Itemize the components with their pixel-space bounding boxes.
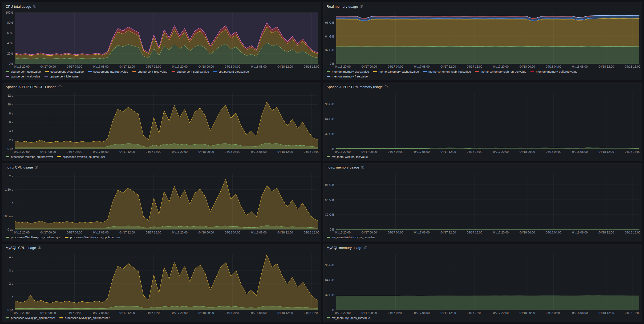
chart-area[interactable]: 4 s3 s2 s1 s0 µs04/16 20:0004/17 00:0004… [2,252,321,315]
chart-area[interactable]: 2 s1.50 s1 s500 ms0 µs04/16 20:0004/17 0… [2,171,321,235]
panel-header[interactable]: CPU total usage ⓘ [2,2,321,10]
legend-item[interactable]: memory:memory-slab_unrecl:value [475,70,526,73]
panel-title[interactable]: Real memory usage [327,5,358,9]
x-tick-label: 04/18 12:00 [277,150,293,153]
legend-item[interactable]: memory:memory-cached:value [373,70,419,73]
legend-row: memory:memory-used:valuememory:memory-ca… [327,69,639,73]
x-tick-label: 04/18 00:00 [199,231,214,234]
series-color-swatch [6,76,9,77]
panel-title[interactable]: nginx CPU usage [6,165,33,169]
panel-header[interactable]: Apache & PHP-FPM CPU usage ⓘ [2,83,321,91]
chart-area[interactable]: 96 GiB64 GiB32 GiB0 B04/16 20:0004/17 00… [323,10,642,69]
chart-svg[interactable]: 96 GiB64 GiB32 GiB0 B04/16 20:0004/17 00… [323,252,642,315]
legend-item[interactable]: cpu:percent-idle:value [44,75,79,78]
legend-item[interactable]: memory:memory-used:value [327,70,369,73]
x-tick-label: 04/17 16:00 [146,150,161,153]
panel-title[interactable]: MySQL CPU usage [6,246,36,250]
legend-item[interactable]: processes-WebProxy:ps_cputime:syst [6,236,60,239]
legend-item[interactable]: sw_mem-MySql:ps_rss:value [327,316,370,319]
panel-header[interactable]: nginx CPU usage ⓘ [2,163,321,171]
panel-header[interactable]: Real memory usage ⓘ [323,2,642,10]
series-color-swatch [88,71,92,72]
x-tick-label: 04/17 20:00 [493,150,508,153]
legend-item[interactable]: cpu:percent-user:value [6,70,41,73]
legend: sw_mem-WebProxy:ps_rss:value [323,235,642,241]
legend: memory:memory-used:valuememory:memory-ca… [323,69,642,80]
panel-header[interactable]: Apache & PHP-FPM memory usage ⓘ [323,83,642,91]
panel-title[interactable]: Apache & PHP-FPM CPU usage [6,85,56,89]
legend-item[interactable]: sw_mem-Web:ps_rss:value [327,155,368,158]
legend-item[interactable]: cpu:percent-wait:value [6,75,40,78]
chart-svg[interactable]: 2 s1.50 s1 s500 ms0 µs04/16 20:0004/17 0… [2,171,321,235]
legend-item[interactable]: memory:memory-free:value [327,75,368,78]
legend-item[interactable]: cpu:percent-system:value [45,70,84,73]
legend-item[interactable]: cpu:percent-interrupt:value [88,70,128,73]
x-tick-label: 04/17 08:00 [414,311,430,314]
x-tick-label: 04/17 00:00 [40,231,56,234]
legend-item[interactable]: processes-Web:ps_cputime:syst [6,155,53,158]
chart-area[interactable]: 96 GiB64 GiB32 GiB0 B04/16 20:0004/17 00… [323,171,642,235]
legend-item[interactable]: cpu:percent-softirq:value [172,70,209,73]
legend-item[interactable]: processes-Web:ps_cputime:user [57,155,105,158]
info-icon[interactable]: ⓘ [364,246,367,249]
info-icon[interactable]: ⓘ [360,5,363,8]
info-icon[interactable]: ⓘ [35,166,38,169]
legend-item[interactable]: memory:memory-slab_recl:value [423,70,471,73]
x-tick-label: 04/18 00:00 [519,65,535,68]
info-icon[interactable]: ⓘ [384,85,388,88]
legend-label: processes-Web:ps_cputime:syst [11,155,53,158]
panel-header[interactable]: MySQL CPU usage ⓘ [2,244,321,252]
y-tick-label: 32 GiB [325,132,334,136]
x-tick-label: 04/18 08:00 [251,150,266,153]
legend-item[interactable]: processes-WebProxy:ps_cputime:user [65,236,120,239]
legend-label: memory:memory-cached:value [379,70,419,73]
x-tick-label: 04/18 08:00 [572,231,588,234]
x-tick-label: 04/18 04:00 [546,231,561,234]
series-color-swatch [327,71,330,72]
y-tick-label: 12 s [7,94,13,97]
chart-svg[interactable]: 4 s3 s2 s1 s0 µs04/16 20:0004/17 00:0004… [2,252,321,315]
info-icon[interactable]: ⓘ [361,166,364,169]
x-tick-label: 04/18 04:00 [546,311,561,314]
x-tick-label: 04/17 04:00 [67,311,82,314]
panel-header[interactable]: nginx memory usage ⓘ [323,163,642,171]
panel-title[interactable]: nginx memory usage [327,165,359,169]
legend-item[interactable]: processes-MySql:ps_cputime:user [59,316,110,319]
chart-svg[interactable]: 96 GiB64 GiB32 GiB0 B04/16 20:0004/17 00… [323,171,642,235]
chart-area[interactable]: 96 GiB64 GiB32 GiB0 B04/16 20:0004/17 00… [323,91,642,154]
panel-title[interactable]: CPU total usage [6,5,31,9]
legend-item[interactable]: cpu:percent-nice:value [132,70,167,73]
y-tick-label: 64 GiB [325,35,334,38]
chart-area[interactable]: 12 s10 s8 s6 s4 s2 s0 µs04/16 20:0004/17… [2,91,321,154]
x-tick-label: 04/17 12:00 [440,65,456,68]
info-icon[interactable]: ⓘ [58,85,62,88]
legend-item[interactable]: memory:memory-buffered:value [530,70,577,73]
chart-svg[interactable]: 12 s10 s8 s6 s4 s2 s0 µs04/16 20:0004/17… [2,91,321,154]
legend-row: processes-Web:ps_cputime:systprocesses-W… [6,155,318,159]
info-icon[interactable]: ⓘ [38,246,41,249]
x-tick-label: 04/17 12:00 [440,311,456,314]
legend-label: processes-Web:ps_cputime:user [63,155,105,158]
x-tick-label: 04/18 00:00 [199,311,214,314]
legend-row: cpu:percent-wait:valuecpu:percent-idle:v… [6,74,318,78]
chart-svg[interactable]: 96 GiB64 GiB32 GiB0 B04/16 20:0004/17 00… [323,91,642,154]
y-tick-label: 0 B [330,147,334,150]
legend-item[interactable]: sw_mem-WebProxy:ps_rss:value [327,236,375,239]
chart-area[interactable]: 100%80%60%40%20%0%04/16 20:0004/17 00:00… [2,10,321,69]
x-tick-label: 04/17 12:00 [119,231,135,234]
x-tick-label: 04/18 08:00 [572,65,588,68]
chart-svg[interactable]: 100%80%60%40%20%0%04/16 20:0004/17 00:00… [2,10,321,69]
x-tick-label: 04/17 20:00 [172,231,188,234]
panel-title[interactable]: MySQL memory usage [327,246,362,250]
info-icon[interactable]: ⓘ [33,5,36,8]
panel-title[interactable]: Apache & PHP-FPM memory usage [327,85,383,89]
x-tick-label: 04/18 04:00 [225,65,240,68]
x-tick-label: 04/17 00:00 [361,65,377,68]
legend-item[interactable]: cpu:percent-steal:value [213,70,249,73]
legend-item[interactable]: processes-MySql:ps_cputime:syst [6,316,55,319]
x-tick-label: 04/18 12:00 [277,65,293,68]
y-tick-label: 0 µs [7,228,13,231]
chart-area[interactable]: 96 GiB64 GiB32 GiB0 B04/16 20:0004/17 00… [323,252,642,315]
chart-svg[interactable]: 96 GiB64 GiB32 GiB0 B04/16 20:0004/17 00… [323,10,642,69]
panel-header[interactable]: MySQL memory usage ⓘ [323,244,642,252]
